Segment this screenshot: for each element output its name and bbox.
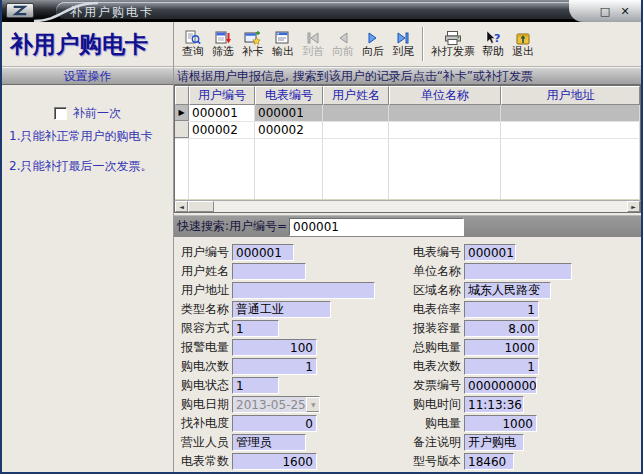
title-bar: 补用户购电卡 □ ✕ — [2, 0, 641, 22]
app-window: 补用户购电卡 □ ✕ 补用户购电卡 查询 — [0, 0, 643, 474]
purchase-count-field[interactable]: 1 — [232, 358, 317, 375]
purchase-count-label: 购电次数 — [174, 358, 232, 375]
grid-column-meter-id[interactable]: 电表编号 — [255, 86, 323, 105]
meter-count-field[interactable]: 1 — [464, 358, 539, 375]
adjust-energy-field[interactable]: 0 — [232, 415, 317, 432]
filter-calendar-icon — [214, 30, 232, 46]
goto-first-icon — [304, 30, 322, 46]
cell-meter-id[interactable]: 000001 — [255, 105, 323, 121]
card-plus-icon — [244, 30, 262, 46]
invoice-number-field[interactable]: 0000000001 — [464, 377, 537, 394]
export-window-icon — [274, 30, 292, 46]
toolbar-button-label: 筛选 — [212, 46, 234, 58]
grid-column-unit-name[interactable]: 单位名称 — [389, 86, 501, 105]
goto-prev-button[interactable]: 向前 — [328, 24, 358, 65]
user-address-field[interactable] — [232, 282, 375, 299]
grid-column-user-name[interactable]: 用户姓名 — [323, 86, 389, 105]
cell-user-name[interactable] — [323, 105, 389, 121]
goto-next-button[interactable]: 向后 — [358, 24, 388, 65]
installed-capacity-field[interactable]: 8.00 — [464, 320, 539, 337]
model-version-field[interactable]: 18460 — [464, 453, 514, 470]
sidebar-note-1: 1.只能补正常用户的购电卡 — [9, 129, 171, 143]
total-energy-field[interactable]: 1000 — [464, 339, 539, 356]
quick-search-input[interactable] — [289, 218, 464, 236]
combo-dropdown-icon[interactable]: ▼ — [306, 397, 320, 412]
exit-icon — [514, 30, 532, 46]
close-button[interactable]: ✕ — [617, 4, 633, 19]
meter-ratio-field[interactable]: 1 — [464, 301, 539, 318]
sidebar-note-2: 2.只能补打最后一次发票。 — [9, 159, 171, 173]
meter-constant-field[interactable]: 1600 — [232, 453, 317, 470]
scrollbar-track[interactable] — [214, 201, 627, 212]
sidebar-header: 设置操作 — [2, 67, 173, 85]
exit-button[interactable]: 退出 — [508, 24, 538, 65]
operator-field[interactable]: 管理员 — [232, 434, 306, 451]
page-title: 补用户购电卡 — [10, 29, 148, 60]
capacity-limit-mode-field[interactable]: 1 — [232, 320, 279, 337]
notice-bar: 请根据用户申报信息, 搜索到该用户的记录后点击“补卡”或补打发票 — [174, 67, 641, 85]
cell-unit-name[interactable] — [389, 122, 501, 138]
grid-empty-indicator — [175, 139, 189, 199]
search-doc-icon — [184, 30, 202, 46]
cell-user-id[interactable]: 000001 — [189, 105, 255, 121]
window-controls: □ ✕ — [569, 0, 641, 22]
user-grid: 用户编号 电表编号 用户姓名 单位名称 用户地址 ▶ 000001 000001… — [174, 85, 641, 213]
form-left-column: 用户编号 000001 用户姓名 用户地址 类型名称 普通工业 限容方式 1 报… — [174, 244, 375, 472]
scroll-right-icon[interactable]: ► — [627, 201, 640, 212]
cell-unit-name[interactable] — [389, 105, 501, 121]
reissue-previous-checkbox-row[interactable]: 补前一次 — [2, 105, 173, 122]
meter-count-label: 电表次数 — [406, 358, 464, 375]
cell-user-id[interactable]: 000002 — [189, 122, 255, 138]
toolbar-button-label: 退出 — [512, 46, 534, 58]
cell-meter-id[interactable]: 000002 — [255, 122, 323, 138]
user-name-field[interactable] — [232, 263, 306, 280]
checkbox-icon[interactable] — [54, 107, 67, 120]
reprint-invoice-button[interactable]: 补打发票 — [428, 24, 478, 65]
export-button[interactable]: 输出 — [268, 24, 298, 65]
grid-column-user-address[interactable]: 用户地址 — [501, 86, 640, 105]
unit-name-field[interactable] — [464, 263, 572, 280]
remark-label: 备注说明 — [406, 434, 464, 451]
toolbar-button-label: 查询 — [182, 46, 204, 58]
user-id-field[interactable]: 000001 — [232, 244, 294, 261]
scrollbar-thumb[interactable] — [188, 201, 214, 212]
grid-row-selected[interactable]: ▶ 000001 000001 — [175, 105, 640, 122]
grid-empty-cell — [389, 139, 501, 199]
toolbar-button-label: 帮助 — [482, 46, 504, 58]
purchase-energy-field[interactable]: 1000 — [464, 415, 537, 432]
type-name-field[interactable]: 普通工业 — [232, 301, 331, 318]
help-cursor-icon: ? — [484, 30, 502, 46]
grid-row[interactable]: 000002 000002 — [175, 122, 640, 139]
user-id-label: 用户编号 — [174, 244, 232, 261]
toolbar-button-label: 补打发票 — [431, 46, 475, 58]
quick-search-label: 快速搜索:用户编号= — [177, 218, 287, 235]
total-energy-label: 总购电量 — [406, 339, 464, 356]
grid-header-row: 用户编号 电表编号 用户姓名 单位名称 用户地址 — [175, 86, 640, 105]
cell-user-address[interactable] — [501, 122, 640, 138]
goto-last-button[interactable]: 到尾 — [388, 24, 418, 65]
row-indicator-icon — [175, 122, 189, 138]
cell-user-address[interactable] — [501, 105, 640, 121]
query-button[interactable]: 查询 — [178, 24, 208, 65]
cell-user-name[interactable] — [323, 122, 389, 138]
remark-field[interactable]: 开户购电 — [464, 434, 524, 451]
purchase-time-field[interactable]: 11:13:36 — [464, 396, 524, 413]
detail-form: 用户编号 000001 用户姓名 用户地址 类型名称 普通工业 限容方式 1 报… — [174, 237, 641, 472]
goto-first-button[interactable]: 到首 — [298, 24, 328, 65]
filter-button[interactable]: 筛选 — [208, 24, 238, 65]
installed-capacity-label: 报装容量 — [406, 320, 464, 337]
purchase-status-field[interactable]: 1 — [232, 377, 279, 394]
grid-column-user-id[interactable]: 用户编号 — [189, 86, 255, 105]
alarm-energy-field[interactable]: 100 — [232, 339, 317, 356]
area-name-field[interactable]: 城东人民路变 — [464, 282, 551, 299]
checkbox-label: 补前一次 — [73, 105, 121, 122]
purchase-date-field[interactable]: 2013-05-25 ▼ — [232, 396, 320, 413]
toolbar: 查询 筛选 补卡 — [174, 22, 641, 67]
help-button[interactable]: ? 帮助 — [478, 24, 508, 65]
unit-name-label: 单位名称 — [406, 263, 464, 280]
scroll-left-icon[interactable]: ◄ — [175, 201, 188, 212]
meter-id-field[interactable]: 000001 — [464, 244, 516, 261]
maximize-button[interactable]: □ — [597, 4, 613, 19]
reissue-card-button[interactable]: 补卡 — [238, 24, 268, 65]
grid-horizontal-scrollbar[interactable]: ◄ ► — [174, 200, 641, 213]
